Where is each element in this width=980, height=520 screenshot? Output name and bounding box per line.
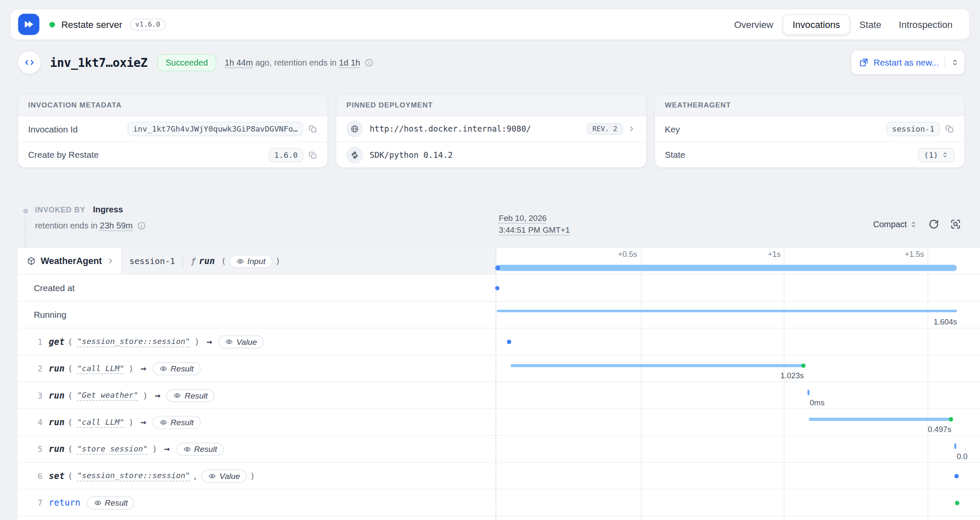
timeline-dot [507, 340, 511, 344]
invoked-by-label: INVOKED BY [35, 205, 86, 214]
journal-timeline: WeatherAgent session-1 ƒ run ( Input ) +… [17, 248, 980, 520]
timeline-bar [497, 310, 957, 312]
eye-icon [208, 472, 216, 480]
tab-divider [183, 255, 183, 267]
close-paren: ) [250, 471, 255, 481]
invocation-meta: 1h 44m ago, retention ends in 1d 1h [225, 58, 374, 67]
arrow-right-icon: → [141, 363, 146, 374]
open-paren: ( [68, 444, 73, 454]
copy-icon[interactable] [308, 150, 318, 160]
invocation-retention: 1d 1h [339, 58, 360, 67]
open-paren: ( [68, 471, 73, 481]
revision-badge: REV. 2 [587, 123, 623, 135]
eye-icon [183, 445, 191, 453]
journal-root-row: WeatherAgent session-1 ƒ run ( Input ) +… [17, 248, 980, 275]
row-label: State [665, 150, 685, 160]
service-key-tab[interactable]: session-1 [122, 256, 183, 266]
result-pill[interactable]: Result [152, 362, 200, 375]
nav-overview[interactable]: Overview [726, 14, 781, 35]
result-pill[interactable]: Result [176, 443, 224, 456]
created-by-row: Create by Restate 1.6.0 [18, 142, 328, 168]
info-icon[interactable] [365, 58, 374, 67]
pill-label: Result [171, 364, 194, 373]
result-pill[interactable]: Result [87, 496, 135, 509]
refresh-icon[interactable] [928, 219, 940, 230]
invocation-id-title: inv_1kt7…oxieZ [50, 55, 147, 69]
entry-index: 4 [34, 418, 43, 427]
journal-entry-row: 1 get ( "session_store::session" ) → Val… [17, 328, 980, 355]
value-pill[interactable]: Value [202, 469, 247, 482]
nav-invocations[interactable]: Invocations [783, 14, 850, 35]
axis-tick-label: +1.5s [905, 250, 924, 259]
invocation-age: 1h 44m [225, 58, 253, 67]
restart-button-label: Restart as new... [874, 58, 939, 68]
service-state-row: State (1) [655, 142, 964, 168]
axis-tick-label: +1s [768, 250, 781, 259]
entry-arg: "session_store::session" [77, 336, 190, 347]
eye-icon [159, 364, 167, 372]
invoked-by-section: INVOKED BY Ingress retention ends in 23h… [17, 201, 965, 248]
chevron-up-down-icon[interactable] [951, 58, 960, 67]
result-pill[interactable]: Result [166, 389, 214, 402]
eye-icon [173, 391, 181, 399]
function-symbol: ƒ [191, 256, 196, 266]
pinned-deployment-card: PINNED DEPLOYMENT http://host.docker.int… [336, 94, 647, 168]
entry-op: run [49, 444, 64, 454]
restart-as-new-button[interactable]: Restart as new... [850, 50, 965, 75]
row-label: Key [665, 124, 680, 134]
nav-state[interactable]: State [851, 14, 889, 35]
arrow-right-icon: → [155, 390, 160, 401]
invocation-meta-text: ago, retention ends in [255, 58, 337, 67]
open-paren: ( [68, 336, 73, 347]
nav-introspection[interactable]: Introspection [891, 14, 961, 35]
service-box-icon [26, 256, 36, 266]
timeline-duration-label: 1.023s [781, 371, 804, 380]
timeline-tick [954, 443, 956, 449]
card-title: INVOCATION METADATA [18, 94, 328, 116]
journal-entry-row: 2 run ( "call LLM" ) → Result 1.023s [17, 355, 980, 382]
input-pill[interactable]: Input [229, 254, 272, 267]
python-icon [346, 146, 363, 163]
entry-index: 7 [34, 498, 43, 507]
timeline-duration-label: 0.0 [957, 452, 968, 461]
restate-invocation-page: Restate server v1.6.0 Overview Invocatio… [0, 0, 980, 520]
restate-logo[interactable] [18, 14, 39, 35]
restart-icon [858, 58, 869, 68]
status-badge: Succeeded [158, 54, 216, 71]
timeline-dot [955, 501, 959, 505]
journal-entry-row: 5 run ( "store session" ) → Result 0.0 [17, 436, 980, 462]
version-badge: v1.6.0 [130, 19, 166, 30]
result-pill[interactable]: Result [152, 415, 200, 429]
retention-value: 23h 59m [100, 221, 133, 230]
arrow-right-icon: → [164, 443, 169, 455]
comma: , [193, 471, 198, 481]
service-tab[interactable]: WeatherAgent [17, 248, 122, 274]
copy-icon[interactable] [945, 124, 954, 134]
pill-label: Result [185, 391, 208, 400]
eye-icon [94, 498, 102, 506]
server-status-dot [50, 22, 55, 27]
globe-icon [346, 121, 363, 138]
entry-index: 3 [34, 391, 43, 400]
chevron-right-icon[interactable] [627, 124, 636, 134]
lifecycle-label: Running [34, 310, 66, 320]
zoom-to-fit-icon[interactable] [950, 219, 961, 230]
pill-label: Result [171, 418, 194, 427]
main-nav: Overview Invocations State Introspection [726, 14, 961, 35]
rail-dot [23, 209, 28, 214]
view-mode-label: Compact [873, 220, 907, 229]
invocation-id-value: inv_1kt7Gh4vJWjY0quwk3GiP8avDGVNFo… [127, 122, 303, 136]
timeline-bar [510, 364, 804, 367]
deployment-endpoint-row[interactable]: http://host.docker.internal:9080/ REV. 2 [336, 116, 646, 142]
invocation-header: inv_1kt7…oxieZ Succeeded 1h 44m ago, ret… [17, 50, 965, 75]
top-header: Restate server v1.6.0 Overview Invocatio… [10, 9, 970, 40]
entry-index: 2 [34, 364, 43, 373]
state-expander[interactable]: (1) [919, 148, 955, 162]
view-mode-select[interactable]: Compact [873, 220, 918, 229]
service-key-row: Key session-1 [655, 116, 964, 142]
open-paren: ( [221, 256, 226, 266]
close-paren: ) [152, 444, 157, 454]
value-pill[interactable]: Value [218, 335, 263, 348]
copy-icon[interactable] [308, 124, 318, 134]
info-icon[interactable] [137, 221, 147, 230]
